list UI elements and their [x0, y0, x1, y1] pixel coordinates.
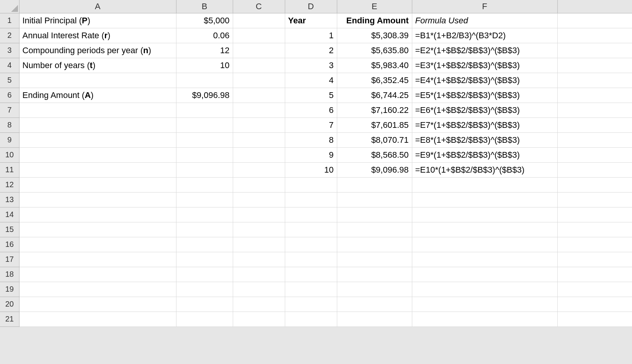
row-header-8[interactable]: 8	[0, 118, 19, 132]
cell-G7[interactable]	[557, 103, 632, 118]
cell-E20[interactable]	[337, 297, 412, 312]
cell-A3[interactable]: Compounding periods per year (n)	[19, 43, 176, 58]
cell-F15[interactable]	[412, 222, 557, 237]
cell-A15[interactable]	[19, 222, 176, 237]
cell-E5[interactable]: $6,352.45	[337, 73, 412, 88]
cell-B21[interactable]	[176, 312, 233, 326]
cell-F2[interactable]: =B1*(1+B2/B3)^(B3*D2)	[412, 28, 557, 43]
row-header-1[interactable]: 1	[0, 13, 19, 28]
cell-C4[interactable]	[233, 58, 285, 73]
row-header-7[interactable]: 7	[0, 103, 19, 118]
cell-F19[interactable]	[412, 282, 557, 297]
cell-D5[interactable]: 4	[285, 73, 337, 88]
cell-E21[interactable]	[337, 312, 412, 326]
cell-B12[interactable]	[176, 177, 233, 192]
cell-G4[interactable]	[557, 58, 632, 73]
cell-F7[interactable]: =E6*(1+$B$2/$B$3)^($B$3)	[412, 103, 557, 118]
cell-C2[interactable]	[233, 28, 285, 43]
cell-C11[interactable]	[233, 162, 285, 177]
cell-E17[interactable]	[337, 252, 412, 267]
cell-D6[interactable]: 5	[285, 88, 337, 103]
row-header-9[interactable]: 9	[0, 132, 19, 147]
cell-B16[interactable]	[176, 237, 233, 252]
cell-C19[interactable]	[233, 282, 285, 297]
cell-A17[interactable]	[19, 252, 176, 267]
cell-E9[interactable]: $8,070.71	[337, 132, 412, 147]
cell-A7[interactable]	[19, 103, 176, 118]
cell-E16[interactable]	[337, 237, 412, 252]
cell-C20[interactable]	[233, 297, 285, 312]
cell-D11[interactable]: 10	[285, 162, 337, 177]
cell-A18[interactable]	[19, 267, 176, 282]
cell-A6[interactable]: Ending Amount (A)	[19, 88, 176, 103]
cell-A20[interactable]	[19, 297, 176, 312]
cell-B11[interactable]	[176, 162, 233, 177]
cell-A1[interactable]: Initial Principal (P)	[19, 13, 176, 28]
cell-A19[interactable]	[19, 282, 176, 297]
cell-D8[interactable]: 7	[285, 118, 337, 132]
cell-G5[interactable]	[557, 73, 632, 88]
col-header-B[interactable]: B	[176, 0, 233, 13]
cell-B4[interactable]: 10	[176, 58, 233, 73]
cell-B7[interactable]	[176, 103, 233, 118]
cell-F11[interactable]: =E10*(1+$B$2/$B$3)^($B$3)	[412, 162, 557, 177]
cell-E8[interactable]: $7,601.85	[337, 118, 412, 132]
cell-C17[interactable]	[233, 252, 285, 267]
cell-F13[interactable]	[412, 192, 557, 207]
cell-A21[interactable]	[19, 312, 176, 326]
cell-D2[interactable]: 1	[285, 28, 337, 43]
col-header-D[interactable]: D	[285, 0, 337, 13]
cell-F8[interactable]: =E7*(1+$B$2/$B$3)^($B$3)	[412, 118, 557, 132]
cell-A8[interactable]	[19, 118, 176, 132]
cell-D4[interactable]: 3	[285, 58, 337, 73]
cell-B9[interactable]	[176, 132, 233, 147]
cell-F14[interactable]	[412, 207, 557, 222]
cell-F21[interactable]	[412, 312, 557, 326]
cell-B15[interactable]	[176, 222, 233, 237]
cell-A11[interactable]	[19, 162, 176, 177]
cell-A2[interactable]: Annual Interest Rate (r)	[19, 28, 176, 43]
cell-C6[interactable]	[233, 88, 285, 103]
cell-D15[interactable]	[285, 222, 337, 237]
cell-G18[interactable]	[557, 267, 632, 282]
row-header-18[interactable]: 18	[0, 267, 19, 282]
cell-D7[interactable]: 6	[285, 103, 337, 118]
cell-A5[interactable]	[19, 73, 176, 88]
cell-B19[interactable]	[176, 282, 233, 297]
cell-A14[interactable]	[19, 207, 176, 222]
col-header-E[interactable]: E	[337, 0, 412, 13]
cell-B2[interactable]: 0.06	[176, 28, 233, 43]
row-header-20[interactable]: 20	[0, 297, 19, 312]
cell-C7[interactable]	[233, 103, 285, 118]
cell-E12[interactable]	[337, 177, 412, 192]
cell-G17[interactable]	[557, 252, 632, 267]
cell-G2[interactable]	[557, 28, 632, 43]
cell-A13[interactable]	[19, 192, 176, 207]
cell-C8[interactable]	[233, 118, 285, 132]
cell-C16[interactable]	[233, 237, 285, 252]
cell-C1[interactable]	[233, 13, 285, 28]
cell-B5[interactable]	[176, 73, 233, 88]
cell-F4[interactable]: =E3*(1+$B$2/$B$3)^($B$3)	[412, 58, 557, 73]
row-header-4[interactable]: 4	[0, 58, 19, 73]
cell-E3[interactable]: $5,635.80	[337, 43, 412, 58]
cell-F5[interactable]: =E4*(1+$B$2/$B$3)^($B$3)	[412, 73, 557, 88]
cell-B10[interactable]	[176, 147, 233, 162]
cell-F20[interactable]	[412, 297, 557, 312]
cell-B8[interactable]	[176, 118, 233, 132]
cell-B14[interactable]	[176, 207, 233, 222]
cell-G20[interactable]	[557, 297, 632, 312]
cell-G14[interactable]	[557, 207, 632, 222]
spreadsheet[interactable]: A B C D E F 1 Initial Principal (P) $5,0…	[0, 0, 632, 364]
row-header-5[interactable]: 5	[0, 73, 19, 88]
cell-D9[interactable]: 8	[285, 132, 337, 147]
cell-E11[interactable]: $9,096.98	[337, 162, 412, 177]
cell-C15[interactable]	[233, 222, 285, 237]
row-header-16[interactable]: 16	[0, 237, 19, 252]
cell-E15[interactable]	[337, 222, 412, 237]
row-header-11[interactable]: 11	[0, 162, 19, 177]
cell-E4[interactable]: $5,983.40	[337, 58, 412, 73]
cell-B17[interactable]	[176, 252, 233, 267]
cell-C12[interactable]	[233, 177, 285, 192]
cell-D10[interactable]: 9	[285, 147, 337, 162]
